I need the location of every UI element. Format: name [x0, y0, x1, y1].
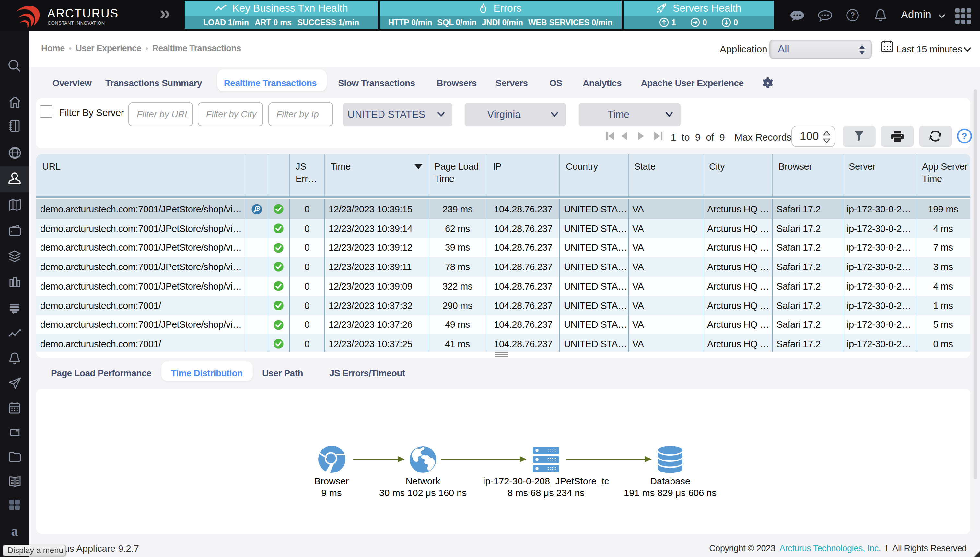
svg-text:?: ? [850, 11, 855, 20]
svg-text:?: ? [962, 131, 967, 141]
